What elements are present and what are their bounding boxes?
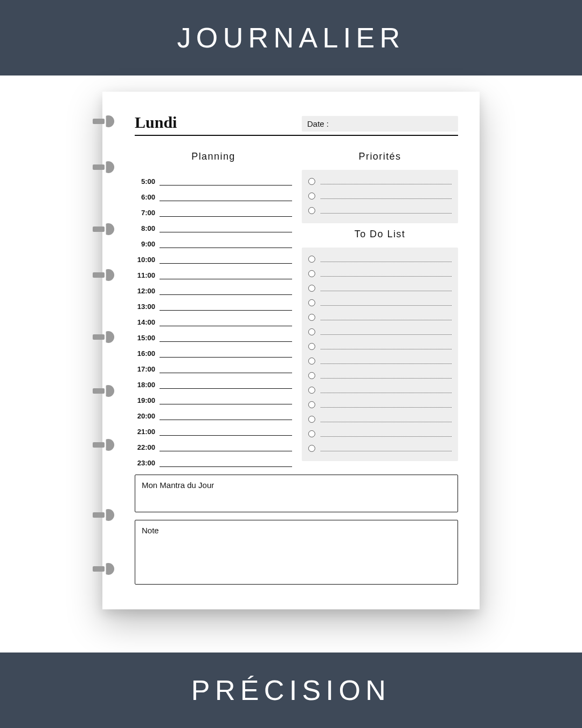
hour-row[interactable]: 8:00: [135, 217, 292, 232]
todo-title: To Do List: [302, 229, 458, 240]
hour-row[interactable]: 18:00: [135, 373, 292, 389]
hour-line: [160, 413, 292, 420]
hour-line: [160, 459, 292, 467]
hour-label: 23:00: [135, 459, 155, 467]
hour-row[interactable]: 5:00: [135, 170, 292, 186]
todo-row[interactable]: [308, 296, 452, 310]
hour-label: 15:00: [135, 334, 155, 342]
date-field[interactable]: Date :: [302, 116, 458, 132]
todo-row[interactable]: [308, 397, 452, 412]
binding-discs: [93, 92, 114, 609]
stage: Lundi Date : Planning 5:006:007:008:009:…: [0, 75, 582, 653]
todo-row[interactable]: [308, 354, 452, 368]
hour-line: [160, 428, 292, 436]
circle-icon: [308, 372, 315, 379]
hour-label: 8:00: [135, 224, 155, 232]
dotted-line: [321, 417, 452, 422]
circle-icon: [308, 285, 315, 292]
hour-line: [160, 194, 292, 201]
footer-band: PRÉCISION: [0, 653, 582, 728]
dotted-line: [321, 344, 452, 349]
hour-row[interactable]: 14:00: [135, 311, 292, 326]
circle-icon: [308, 256, 315, 263]
dotted-line: [321, 402, 452, 408]
hour-label: 6:00: [135, 193, 155, 201]
date-label: Date :: [307, 119, 329, 128]
note-box[interactable]: Note: [135, 520, 458, 585]
hour-row[interactable]: 20:00: [135, 404, 292, 420]
hour-row[interactable]: 17:00: [135, 358, 292, 373]
disc-icon: [93, 330, 114, 344]
disc-icon: [93, 160, 114, 174]
todo-row[interactable]: [308, 383, 452, 397]
hour-row[interactable]: 22:00: [135, 436, 292, 451]
todo-row[interactable]: [308, 427, 452, 441]
hour-line: [160, 381, 292, 389]
circle-icon: [308, 416, 315, 423]
todo-row[interactable]: [308, 281, 452, 296]
hour-row[interactable]: 12:00: [135, 279, 292, 295]
disc-icon: [93, 562, 114, 576]
circle-icon: [308, 178, 315, 185]
circle-icon: [308, 387, 315, 394]
hour-label: 21:00: [135, 428, 155, 436]
page-header: Lundi Date :: [135, 113, 458, 136]
hour-row[interactable]: 13:00: [135, 295, 292, 311]
dotted-line: [321, 388, 452, 393]
hour-label: 13:00: [135, 303, 155, 311]
hour-row[interactable]: 16:00: [135, 342, 292, 358]
todo-row[interactable]: [308, 266, 452, 281]
circle-icon: [308, 445, 315, 452]
hour-row[interactable]: 6:00: [135, 186, 292, 201]
hour-label: 19:00: [135, 396, 155, 404]
hour-line: [160, 350, 292, 358]
dotted-line: [321, 431, 452, 437]
planning-column: Planning 5:006:007:008:009:0010:0011:001…: [135, 148, 292, 467]
priorities-block: [302, 170, 458, 223]
dotted-line: [321, 194, 452, 199]
footer-band-text: PRÉCISION: [191, 674, 391, 706]
hour-row[interactable]: 9:00: [135, 232, 292, 248]
hour-label: 20:00: [135, 412, 155, 420]
hour-label: 22:00: [135, 443, 155, 451]
hour-row[interactable]: 21:00: [135, 420, 292, 436]
header-band-text: JOURNALIER: [177, 22, 405, 54]
priority-row[interactable]: [308, 174, 452, 189]
todo-row[interactable]: [308, 339, 452, 354]
hour-row[interactable]: 11:00: [135, 264, 292, 279]
disc-icon: [93, 222, 114, 236]
dotted-line: [321, 179, 452, 184]
priorities-title: Priorités: [302, 151, 458, 162]
mantra-label: Mon Mantra du Jour: [142, 480, 451, 490]
circle-icon: [308, 430, 315, 437]
hour-row[interactable]: 10:00: [135, 248, 292, 264]
hour-row[interactable]: 19:00: [135, 389, 292, 404]
circle-icon: [308, 358, 315, 365]
todo-row[interactable]: [308, 325, 452, 339]
priority-row[interactable]: [308, 203, 452, 218]
hour-list: 5:006:007:008:009:0010:0011:0012:0013:00…: [135, 170, 292, 467]
disc-icon: [93, 508, 114, 522]
priority-row[interactable]: [308, 189, 452, 203]
planning-title: Planning: [135, 151, 292, 162]
mantra-box[interactable]: Mon Mantra du Jour: [135, 475, 458, 512]
dotted-line: [321, 271, 452, 277]
todo-row[interactable]: [308, 412, 452, 427]
hour-row[interactable]: 15:00: [135, 326, 292, 342]
hour-row[interactable]: 23:00: [135, 451, 292, 467]
dotted-line: [321, 373, 452, 379]
todo-row[interactable]: [308, 441, 452, 456]
dotted-line: [321, 359, 452, 364]
note-label: Note: [142, 526, 451, 535]
dotted-line: [321, 329, 452, 335]
dotted-line: [321, 315, 452, 320]
hour-line: [160, 303, 292, 311]
todo-row[interactable]: [308, 368, 452, 383]
hour-line: [160, 444, 292, 451]
hour-label: 7:00: [135, 209, 155, 217]
todo-row[interactable]: [308, 310, 452, 325]
todo-row[interactable]: [308, 252, 452, 266]
hour-label: 10:00: [135, 256, 155, 264]
hour-row[interactable]: 7:00: [135, 201, 292, 217]
hour-line: [160, 241, 292, 248]
